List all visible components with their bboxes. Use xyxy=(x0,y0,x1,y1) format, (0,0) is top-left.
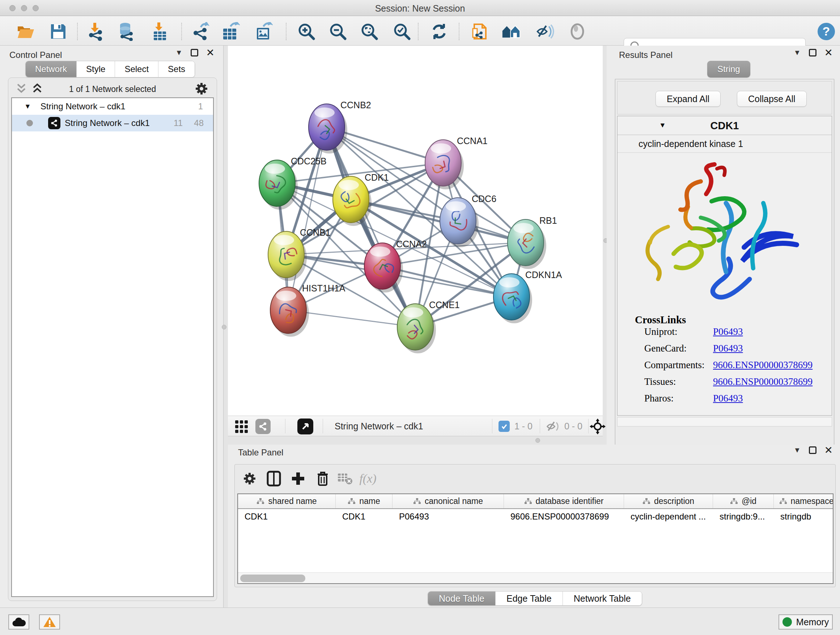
table-cell[interactable]: CDK1 xyxy=(238,509,336,524)
column-header-shared-name[interactable]: shared name xyxy=(238,494,336,508)
birds-eye-icon[interactable] xyxy=(590,418,606,434)
table-cell[interactable]: cyclin-dependent ... xyxy=(624,509,713,524)
crosslink-value[interactable]: P06493 xyxy=(713,326,743,337)
delete-column-button[interactable] xyxy=(314,470,331,487)
hide-selected-button[interactable] xyxy=(535,22,554,41)
table-settings-button[interactable] xyxy=(241,470,258,487)
detach-view-icon[interactable] xyxy=(297,418,313,434)
column-header-namespace[interactable]: namespace xyxy=(774,494,834,508)
tab-style[interactable]: Style xyxy=(77,61,115,77)
table-cell[interactable]: 9606.ENSP00000378699 xyxy=(504,509,624,524)
node-CDC25B[interactable]: CDC25B xyxy=(259,156,327,210)
column-header-database-identifier[interactable]: database identifier xyxy=(504,494,624,508)
panel-menu-icon[interactable]: ▼ xyxy=(794,446,801,454)
export-table-button[interactable] xyxy=(221,22,240,41)
pane-divider-handle[interactable] xyxy=(222,325,226,329)
export-network-button[interactable] xyxy=(191,22,210,41)
string-view-icon[interactable] xyxy=(256,419,271,434)
collapse-all-button[interactable]: Collapse All xyxy=(737,91,807,107)
panel-menu-icon[interactable]: ▼ xyxy=(175,49,183,57)
collection-expander-icon[interactable]: ▼ xyxy=(24,103,31,111)
table-cell[interactable]: P06493 xyxy=(393,509,504,524)
tab-node-table[interactable]: Node Table xyxy=(428,592,496,605)
column-header-name[interactable]: name xyxy=(336,494,393,508)
show-all-button[interactable] xyxy=(568,22,587,41)
expand-all-button[interactable]: Expand All xyxy=(655,91,721,107)
export-web-page-button[interactable] xyxy=(471,22,490,41)
node-CCNA2[interactable]: CCNA2 xyxy=(364,239,427,293)
edge-CCNB2-CCNE1[interactable] xyxy=(327,127,415,327)
panel-menu-icon[interactable]: ▼ xyxy=(794,49,801,57)
memory-button[interactable]: Memory xyxy=(778,614,833,630)
add-column-button[interactable] xyxy=(290,470,306,487)
node-CCNB2[interactable]: CCNB2 xyxy=(309,100,371,154)
zoom-in-button[interactable] xyxy=(297,22,316,41)
node-RB1[interactable]: RB1 xyxy=(508,215,557,269)
close-panel-icon[interactable]: ✕ xyxy=(824,447,833,454)
table-cell[interactable]: CDK1 xyxy=(336,509,393,524)
first-neighbors-button[interactable] xyxy=(502,22,521,41)
scrollbar-thumb[interactable] xyxy=(240,575,305,582)
network-row[interactable]: String Network – cdk1 11 48 xyxy=(12,115,213,131)
node-CCNE1[interactable]: CCNE1 xyxy=(397,300,460,353)
table-cell[interactable]: stringdb xyxy=(774,509,834,524)
crosslink-value[interactable]: 9606.ENSP00000378699 xyxy=(713,359,813,371)
cloud-status-button[interactable] xyxy=(8,614,29,630)
tab-sets[interactable]: Sets xyxy=(158,61,195,77)
table-row[interactable]: CDK1CDK1P064939606.ENSP00000378699cyclin… xyxy=(238,509,833,524)
zoom-out-button[interactable] xyxy=(328,22,347,41)
show-columns-button[interactable] xyxy=(265,470,282,487)
float-panel-icon[interactable] xyxy=(809,49,816,57)
column-header--id[interactable]: @id xyxy=(713,494,774,508)
column-label: namespace xyxy=(791,496,834,506)
open-session-button[interactable] xyxy=(16,22,35,41)
float-panel-icon[interactable] xyxy=(191,49,198,57)
function-builder-button[interactable]: f(x) xyxy=(360,470,376,487)
tab-edge-table[interactable]: Edge Table xyxy=(496,592,563,605)
import-network-icon xyxy=(86,22,104,41)
help-button[interactable]: ? xyxy=(817,22,836,41)
zoom-selected-button[interactable] xyxy=(393,22,411,41)
float-panel-icon[interactable] xyxy=(809,447,816,454)
import-network-file-button[interactable] xyxy=(86,22,104,41)
export-image-button[interactable] xyxy=(254,22,273,41)
warnings-button[interactable] xyxy=(39,614,60,630)
results-horizontal-scrollbar[interactable] xyxy=(617,417,832,426)
gene-card-header[interactable]: ▼ CDK1 xyxy=(617,116,832,135)
node-CDKN1A[interactable]: CDKN1A xyxy=(493,270,562,323)
node-CCNA1[interactable]: CCNA1 xyxy=(425,136,488,189)
node-label-HIST1H1A: HIST1H1A xyxy=(302,283,346,293)
network-collection-row[interactable]: ▼ String Network – cdk1 1 xyxy=(12,98,213,115)
tab-select[interactable]: Select xyxy=(115,61,158,77)
table-horizontal-scrollbar[interactable] xyxy=(238,572,833,583)
collection-label: String Network – cdk1 xyxy=(41,101,126,111)
refresh-view-button[interactable] xyxy=(430,22,448,41)
node-table[interactable]: shared name name canonical name database… xyxy=(237,494,834,584)
crosslink-value[interactable]: P06493 xyxy=(713,393,743,404)
gear-icon[interactable] xyxy=(194,81,209,96)
network-canvas[interactable]: CCNB2CCNA1CDC25BCDK1CDC6RB1CCNB1CCNA2CDK… xyxy=(228,46,603,416)
column-header-description[interactable]: description xyxy=(624,494,713,508)
grid-view-icon[interactable] xyxy=(234,420,249,433)
pane-divider-handle[interactable] xyxy=(535,438,540,443)
import-network-database-button[interactable] xyxy=(117,22,135,41)
save-session-button[interactable] xyxy=(49,22,68,41)
table-cell[interactable]: stringdb:9... xyxy=(713,509,774,524)
selected-checkbox-icon[interactable] xyxy=(499,421,510,432)
close-panel-icon[interactable]: ✕ xyxy=(206,49,215,57)
tab-network[interactable]: Network xyxy=(26,61,77,77)
close-panel-icon[interactable]: ✕ xyxy=(824,49,833,57)
node-HIST1H1A[interactable]: HIST1H1A xyxy=(270,283,346,337)
import-table-button[interactable] xyxy=(150,22,169,41)
crosslink-value[interactable]: P06493 xyxy=(713,343,743,354)
tab-string[interactable]: String xyxy=(707,61,750,78)
column-header-canonical-name[interactable]: canonical name xyxy=(393,494,504,508)
delete-table-button[interactable] xyxy=(337,470,354,487)
crosslink-value[interactable]: 9606.ENSP00000378699 xyxy=(713,376,813,387)
tab-network-table[interactable]: Network Table xyxy=(563,592,642,605)
attribute-type-icon xyxy=(413,498,421,505)
zoom-fit-button[interactable] xyxy=(360,22,379,41)
node-CCNB1[interactable]: CCNB1 xyxy=(268,227,331,281)
network-selection-status: 1 of 1 Network selected xyxy=(8,84,217,94)
selected-node-edge-counts: 1 - 0 xyxy=(515,421,532,432)
